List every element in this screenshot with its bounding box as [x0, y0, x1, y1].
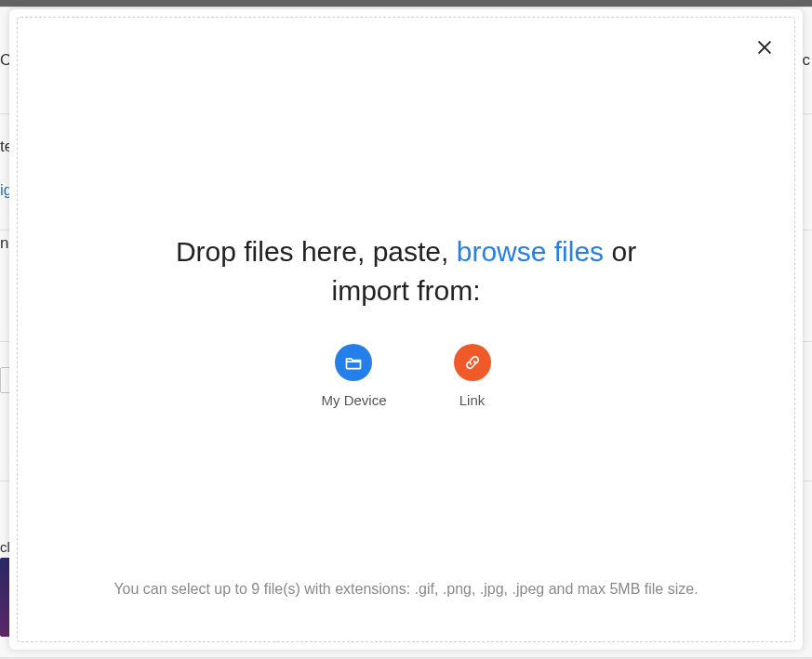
drop-instruction: Drop files here, paste, browse files or …: [9, 232, 803, 310]
close-button[interactable]: [752, 35, 777, 59]
close-icon: [755, 38, 774, 57]
source-my-device[interactable]: My Device: [321, 344, 386, 408]
link-icon: [454, 344, 491, 381]
upload-restrictions: You can select up to 9 file(s) with exte…: [65, 577, 747, 601]
upload-modal: Drop files here, paste, browse files or …: [9, 9, 803, 650]
modal-overlay: Drop files here, paste, browse files or …: [0, 0, 812, 659]
dropzone-content: Drop files here, paste, browse files or …: [9, 232, 803, 408]
folder-icon: [335, 344, 372, 381]
drop-prefix: Drop files here, paste,: [176, 236, 457, 267]
drop-suffix: import from:: [331, 275, 480, 306]
import-sources: My Device Link: [9, 344, 803, 408]
source-label: Link: [459, 392, 486, 408]
source-label: My Device: [321, 392, 386, 408]
source-link[interactable]: Link: [454, 344, 491, 408]
drop-middle: or: [604, 236, 636, 267]
browse-files-link[interactable]: browse files: [457, 236, 604, 267]
